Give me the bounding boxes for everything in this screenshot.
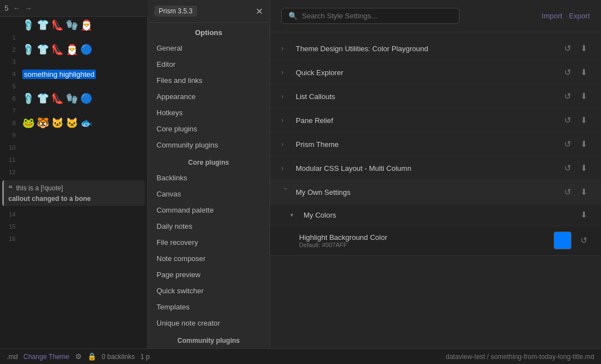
change-theme-link[interactable]: Change Theme bbox=[23, 353, 70, 361]
line-number: 16 bbox=[0, 235, 20, 242]
plugin-actions: ↺ ⬇ bbox=[562, 138, 590, 150]
sidebar-item-core-plugins[interactable]: Core plugins bbox=[148, 121, 270, 137]
sidebar-item-daily-notes[interactable]: Daily notes bbox=[148, 218, 270, 234]
line-row: 7 bbox=[0, 105, 147, 117]
export-link[interactable]: Export bbox=[569, 12, 590, 20]
plugin-actions: ⬇ bbox=[578, 209, 590, 221]
emoji: 👕 bbox=[37, 92, 49, 105]
header-links: Import Export bbox=[542, 12, 590, 20]
plugin-row-theme-design: › Theme Design Utilities: Color Playgrou… bbox=[270, 37, 601, 61]
sidebar-item-editor[interactable]: Editor bbox=[148, 56, 270, 72]
file-extension: .md bbox=[7, 353, 18, 361]
color-swatch[interactable] bbox=[554, 232, 571, 249]
lock-icon[interactable]: 🔒 bbox=[87, 352, 96, 361]
reset-button[interactable]: ↺ bbox=[562, 186, 574, 198]
nested-expand-arrow-icon[interactable]: ▾ bbox=[290, 211, 298, 219]
nav-number: 5 bbox=[4, 4, 8, 12]
core-plugins-label: Core plugins bbox=[148, 153, 270, 170]
sidebar-item-community-plugins[interactable]: Community plugins bbox=[148, 137, 270, 153]
main-layout: 🩴 👕 👠 🧤 🎅 1 2 🩴 bbox=[0, 17, 601, 348]
download-button[interactable]: ⬇ bbox=[578, 209, 590, 221]
sidebar-item-canvas[interactable]: Canvas bbox=[148, 186, 270, 202]
emoji: 👠 bbox=[51, 19, 63, 31]
sidebar-item-appearance[interactable]: Appearance bbox=[148, 88, 270, 105]
plugin-list: › Theme Design Utilities: Color Playgrou… bbox=[270, 32, 601, 260]
download-button[interactable]: ⬇ bbox=[578, 186, 590, 198]
reset-button[interactable]: ↺ bbox=[562, 162, 574, 174]
line-row: 1 bbox=[0, 31, 147, 43]
sidebar-item-unique-note-creator[interactable]: Unique note creator bbox=[148, 315, 270, 331]
line-number: 15 bbox=[0, 223, 20, 230]
backlinks-count[interactable]: 0 backlinks bbox=[102, 353, 135, 361]
reset-button[interactable]: ↺ bbox=[562, 66, 574, 78]
plugin-row-list-callouts: › List Callouts ↺ ⬇ bbox=[270, 85, 601, 109]
sidebar-item-files-links[interactable]: Files and links bbox=[148, 72, 270, 88]
emoji: 🎅 bbox=[80, 19, 92, 31]
emoji: 🩴 bbox=[22, 19, 35, 31]
expand-arrow-icon[interactable]: › bbox=[281, 45, 290, 52]
plugin-actions: ↺ ⬇ bbox=[562, 90, 590, 102]
sidebar-item-file-recovery[interactable]: File recovery bbox=[148, 234, 270, 250]
forward-arrow[interactable]: → bbox=[25, 4, 32, 12]
line-content: 🩴 👕 👠 🧤 🎅 bbox=[20, 19, 147, 31]
sidebar-item-hotkeys[interactable]: Hotkeys bbox=[148, 105, 270, 121]
callout-title: this is a [!quote] bbox=[16, 184, 63, 192]
expand-arrow-icon[interactable]: › bbox=[281, 92, 290, 100]
import-link[interactable]: Import bbox=[542, 12, 563, 20]
line-row: 2 🩴 👕 👠 🎅 🔵 bbox=[0, 43, 147, 56]
expand-arrow-icon[interactable]: › bbox=[281, 116, 290, 124]
plugin-row-quick-explorer: › Quick Explorer ↺ ⬇ bbox=[270, 61, 601, 85]
plugin-name: Pane Relief bbox=[296, 116, 556, 125]
line-number: 6 bbox=[0, 95, 20, 102]
expand-arrow-icon[interactable]: › bbox=[282, 188, 290, 196]
download-button[interactable]: ⬇ bbox=[578, 114, 590, 126]
back-arrow[interactable]: ← bbox=[13, 4, 20, 12]
gear-icon[interactable]: ⚙ bbox=[75, 352, 82, 361]
line-row: 15 bbox=[0, 220, 147, 233]
reset-button[interactable]: ↺ bbox=[562, 138, 574, 150]
emoji: 🧤 bbox=[66, 92, 78, 105]
emoji: 🧤 bbox=[66, 19, 78, 31]
search-box[interactable]: 🔍 bbox=[281, 8, 460, 24]
expand-arrow-icon[interactable]: › bbox=[281, 164, 290, 172]
sidebar-item-command-palette[interactable]: Command palette bbox=[148, 202, 270, 218]
line-number: 14 bbox=[0, 211, 20, 218]
download-button[interactable]: ⬇ bbox=[578, 90, 590, 102]
reset-button[interactable]: ↺ bbox=[562, 42, 574, 55]
plugin-row-pane-relief: › Pane Relief ↺ ⬇ bbox=[270, 109, 601, 132]
sidebar-item-quick-switcher[interactable]: Quick switcher bbox=[148, 283, 270, 299]
sidebar-item-better-export-pdf[interactable]: Better Export PDF bbox=[148, 348, 270, 348]
download-button[interactable]: ⬇ bbox=[578, 162, 590, 174]
plugin-actions: ↺ ⬇ bbox=[562, 114, 590, 126]
line-number: 8 bbox=[0, 120, 20, 126]
sidebar-item-backlinks[interactable]: Backlinks bbox=[148, 170, 270, 186]
sidebar-item-general[interactable]: General bbox=[148, 40, 270, 56]
callout-header: ❝ this is a [!quote] bbox=[8, 184, 140, 193]
sidebar-item-note-composer[interactable]: Note composer bbox=[148, 250, 270, 267]
expand-arrow-icon[interactable]: › bbox=[281, 68, 290, 76]
reset-button[interactable]: ↺ bbox=[562, 114, 574, 126]
line-row: 🩴 👕 👠 🧤 🎅 bbox=[0, 19, 147, 31]
reset-color-button[interactable]: ↺ bbox=[578, 234, 590, 247]
emoji: 👕 bbox=[37, 43, 49, 56]
download-button[interactable]: ⬇ bbox=[578, 66, 590, 78]
line-number: 9 bbox=[0, 132, 20, 139]
line-content: something highlighted bbox=[20, 70, 147, 78]
sidebar-item-templates[interactable]: Templates bbox=[148, 299, 270, 315]
download-button[interactable]: ⬇ bbox=[578, 138, 590, 150]
reset-button[interactable]: ↺ bbox=[562, 90, 574, 102]
line-row: 3 bbox=[0, 56, 147, 68]
line-row: 8 🐸 🐯 🐱 🐱 🐟 bbox=[0, 117, 147, 129]
emoji-row: 🩴 👕 👠 🎅 🔵 bbox=[22, 43, 145, 56]
sidebar-item-page-preview[interactable]: Page preview bbox=[148, 267, 270, 283]
emoji: 🐯 bbox=[37, 117, 49, 129]
expand-arrow-icon[interactable]: › bbox=[281, 140, 290, 148]
search-input[interactable] bbox=[302, 12, 452, 20]
emoji: 🐱 bbox=[51, 117, 63, 129]
nested-row-my-colors: ▾ My Colors ⬇ bbox=[270, 204, 601, 226]
line-number: 7 bbox=[0, 107, 20, 114]
emoji-row: 🩴 👕 👠 🧤 🎅 bbox=[22, 19, 145, 31]
close-button[interactable]: ✕ bbox=[256, 6, 263, 17]
line-content: 🩴 👕 👠 🧤 🔵 bbox=[20, 92, 147, 105]
download-button[interactable]: ⬇ bbox=[578, 42, 590, 55]
